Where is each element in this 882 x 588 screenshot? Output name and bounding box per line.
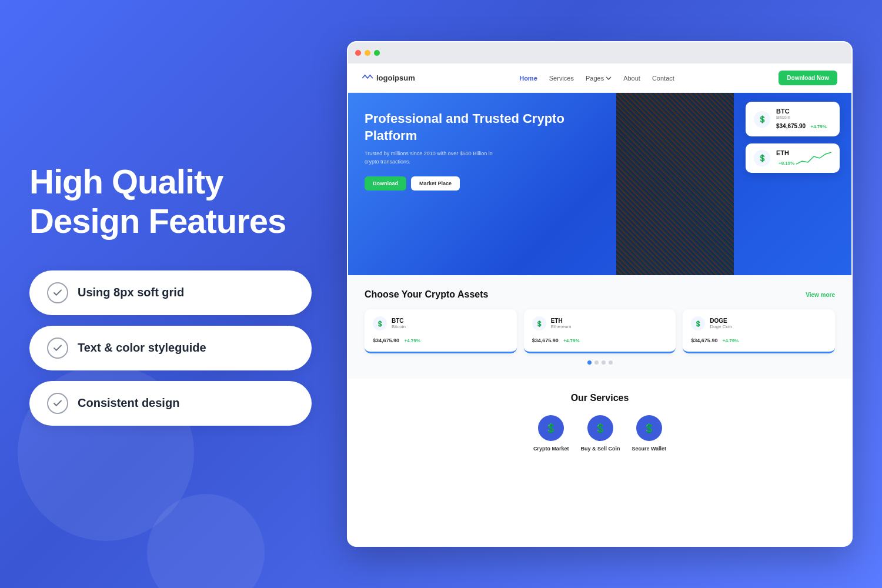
btc-change: +4.79%	[811, 124, 827, 129]
browser-dot-yellow	[365, 50, 370, 56]
eth-mini-chart	[796, 149, 831, 167]
btc-symbol: BTC	[776, 108, 831, 115]
asset-doge-name: Doge Coin	[710, 324, 732, 329]
site-nav: logoipsum Home Services Pages About Cont…	[348, 64, 851, 93]
main-heading: High Quality Design Features	[29, 162, 312, 240]
nav-pages-label: Pages	[586, 75, 604, 82]
assets-section-header: Choose Your Crypto Assets View more	[365, 289, 835, 300]
browser-dot-green	[374, 50, 380, 56]
browser-chrome	[348, 42, 851, 64]
carousel-dot-3[interactable]	[602, 360, 606, 365]
asset-eth-price: $34,675.90	[532, 338, 559, 343]
btc-icon: 💲	[754, 111, 770, 128]
assets-title: Choose Your Crypto Assets	[365, 289, 488, 300]
feature-label-grid: Using 8px soft grid	[78, 286, 184, 299]
nav-about[interactable]: About	[623, 75, 640, 82]
asset-btc-text: BTC Bitcoin	[392, 318, 406, 329]
hero-buttons: Download Market Place	[365, 176, 609, 191]
carousel-dot-2[interactable]	[594, 360, 599, 365]
nav-logo-text: logoipsum	[376, 74, 415, 82]
browser-content: logoipsum Home Services Pages About Cont…	[348, 64, 851, 546]
nav-services[interactable]: Services	[549, 75, 574, 82]
asset-doge-symbol: DOGE	[710, 318, 732, 324]
asset-btc-price: $34,675.90	[373, 338, 399, 343]
service-trade-label: Buy & Sell Coin	[580, 446, 620, 452]
asset-eth-text: ETH Ethereum	[551, 318, 572, 329]
asset-doge-change: +4.79%	[723, 338, 739, 343]
hero-section: Professional and Trusted Crypto Platform…	[348, 93, 851, 275]
assets-section: Choose Your Crypto Assets View more 💲 BT…	[348, 275, 851, 379]
services-title: Our Services	[365, 393, 835, 403]
asset-header-btc: 💲 BTC Bitcoin	[373, 316, 509, 330]
eth-change: +8.19%	[779, 161, 794, 166]
feature-label-design: Consistent design	[78, 396, 179, 410]
assets-view-more[interactable]: View more	[806, 292, 835, 298]
service-item-wallet: 💲 Secure Wallet	[632, 415, 666, 452]
browser-dot-red	[355, 50, 361, 56]
nav-links: Home Services Pages About Contact	[519, 75, 674, 82]
nav-cta-button[interactable]: Download Now	[779, 71, 837, 85]
hero-download-button[interactable]: Download	[365, 176, 406, 191]
hero-photo-overlay	[616, 93, 734, 275]
asset-eth-symbol: ETH	[551, 318, 572, 324]
assets-grid: 💲 BTC Bitcoin $34,675.90 +4.79% 💲	[365, 309, 835, 353]
nav-home[interactable]: Home	[519, 75, 537, 82]
logo-icon	[362, 74, 373, 82]
btc-price: $34,675.90	[776, 123, 806, 129]
hero-title: Professional and Trusted Crypto Platform	[365, 111, 609, 144]
service-item-market: 💲 Crypto Market	[533, 415, 569, 452]
main-container: High Quality Design Features Using 8px s…	[29, 29, 853, 559]
hero-cards: 💲 BTC Bitcoin $34,675.90 +4.79% 💲	[746, 102, 840, 173]
eth-icon: 💲	[754, 150, 770, 166]
heading-line1: High Quality	[29, 162, 223, 201]
nav-contact[interactable]: Contact	[652, 75, 674, 82]
check-icon-grid	[47, 282, 68, 303]
nav-pages[interactable]: Pages	[586, 75, 612, 82]
asset-doge-text: DOGE Doge Coin	[710, 318, 732, 329]
asset-card-eth: 💲 ETH Ethereum $34,675.90 +4.79%	[524, 309, 676, 353]
carousel-dots	[365, 360, 835, 365]
service-market-icon: 💲	[538, 415, 564, 441]
service-market-label: Crypto Market	[533, 446, 569, 452]
check-icon-styleguide	[47, 338, 68, 359]
service-wallet-label: Secure Wallet	[632, 446, 666, 452]
feature-item-grid: Using 8px soft grid	[29, 270, 312, 315]
asset-doge-price: $34,675.90	[691, 338, 717, 343]
asset-card-doge: 💲 DOGE Doge Coin $34,675.90 +4.79%	[683, 309, 835, 353]
eth-info: ETH +8.19%	[776, 149, 831, 167]
asset-btc-symbol: BTC	[392, 318, 406, 324]
chevron-down-icon	[606, 76, 612, 80]
hero-marketplace-button[interactable]: Market Place	[411, 176, 460, 191]
hero-crypto-card-eth: 💲 ETH +8.19%	[746, 143, 840, 173]
feature-item-styleguide: Text & color styleguide	[29, 326, 312, 370]
asset-eth-name: Ethereum	[551, 324, 572, 329]
service-trade-icon: 💲	[587, 415, 613, 441]
asset-header-eth: 💲 ETH Ethereum	[532, 316, 668, 330]
check-icon-design	[47, 393, 68, 414]
btc-name: Bitcoin	[776, 115, 831, 120]
browser-mockup: logoipsum Home Services Pages About Cont…	[347, 41, 853, 547]
hero-photo	[616, 93, 734, 275]
feature-list: Using 8px soft grid Text & color stylegu…	[29, 270, 312, 426]
heading-line2: Design Features	[29, 202, 286, 240]
asset-eth-icon: 💲	[532, 316, 546, 330]
hero-description: Trusted by millions since 2010 with over…	[365, 150, 506, 166]
hero-content: Professional and Trusted Crypto Platform…	[365, 111, 609, 191]
asset-eth-change: +4.79%	[563, 338, 579, 343]
btc-info: BTC Bitcoin $34,675.90 +4.79%	[776, 108, 831, 131]
asset-card-btc: 💲 BTC Bitcoin $34,675.90 +4.79%	[365, 309, 517, 353]
asset-btc-icon: 💲	[373, 316, 387, 330]
carousel-dot-4[interactable]	[609, 360, 613, 365]
asset-btc-name: Bitcoin	[392, 324, 406, 329]
carousel-dot-1[interactable]	[587, 360, 592, 365]
asset-doge-icon: 💲	[691, 316, 705, 330]
service-wallet-icon: 💲	[636, 415, 662, 441]
feature-label-styleguide: Text & color styleguide	[78, 341, 206, 355]
asset-btc-change: +4.79%	[405, 338, 420, 343]
left-panel: High Quality Design Features Using 8px s…	[29, 151, 312, 437]
services-section: Our Services 💲 Crypto Market 💲 Buy & Sel…	[348, 379, 851, 546]
feature-item-design: Consistent design	[29, 381, 312, 426]
service-item-trade: 💲 Buy & Sell Coin	[580, 415, 620, 452]
asset-header-doge: 💲 DOGE Doge Coin	[691, 316, 827, 330]
services-grid: 💲 Crypto Market 💲 Buy & Sell Coin 💲 Secu…	[365, 415, 835, 452]
